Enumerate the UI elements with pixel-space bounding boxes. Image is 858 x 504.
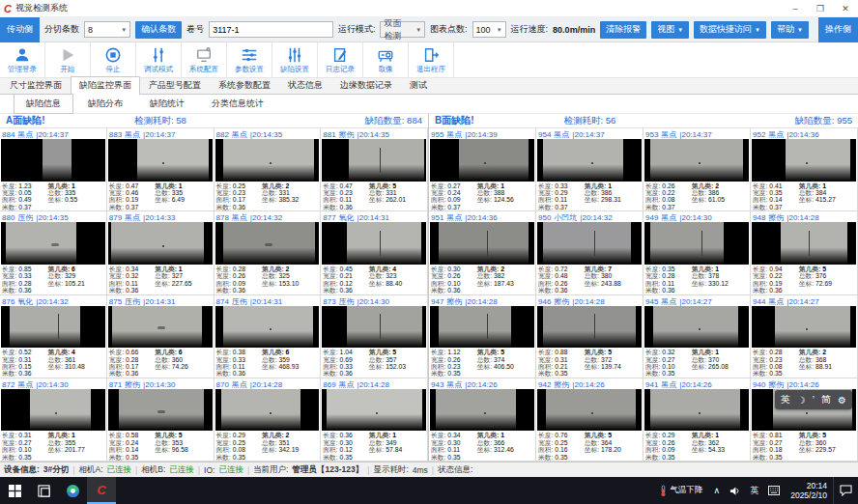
defect-cell[interactable]: 869黑点|20:14:28长度: 0.36宽度: 0.30面积: 0.12米数… — [321, 378, 428, 462]
defect-image[interactable] — [1, 389, 105, 432]
tab-system-param-config[interactable]: 系统参数配置 — [210, 76, 279, 94]
defect-image[interactable] — [752, 139, 856, 182]
defect-cell[interactable]: 941黑点|20:14:26长度: 0.29宽度: 0.26面积: 0.09米数… — [644, 378, 751, 462]
defect-image[interactable] — [322, 139, 426, 182]
defect-cell[interactable]: 950小凹坑|20:14:32长度: 0.72宽度: 0.48面积: 0.26米… — [536, 211, 644, 294]
defect-cell[interactable]: 880压伤|20:14:35长度: 0.85宽度: 0.33面积: 0.28米数… — [0, 211, 107, 294]
defect-cell[interactable]: 884黑点|20:14:37长度: 1.23宽度: 0.05面积: 0.49米数… — [0, 128, 107, 211]
stop-button[interactable]: 停止 — [91, 42, 136, 77]
defect-cell[interactable]: 944黑点|20:14:27长度: 0.28宽度: 0.23面积: 0.08米数… — [751, 295, 858, 378]
defect-image[interactable] — [322, 389, 426, 432]
defect-cell[interactable]: 883黑点|20:14:37长度: 0.47宽度: 0.46面积: 0.19米数… — [107, 128, 214, 211]
defect-image[interactable] — [1, 222, 105, 265]
ime-simplified-toggle[interactable]: 简 — [821, 393, 831, 406]
run-mode-select[interactable]: 双面检测 ▼ — [380, 21, 425, 38]
defect-image[interactable] — [108, 306, 213, 349]
tray-show-hidden-icons[interactable]: ∧ — [709, 477, 726, 504]
subtab-defect-distribution[interactable]: 缺陷分布 — [75, 94, 135, 114]
defect-cell[interactable]: 953黑点|20:14:37长度: 0.26宽度: 0.22面积: 0.08米数… — [644, 128, 751, 211]
defect-cell[interactable]: 877氧化|20:14:31长度: 0.45宽度: 0.21面积: 0.12米数… — [321, 211, 428, 294]
defect-cell[interactable]: 942擦伤|20:14:26长度: 0.76宽度: 0.25面积: 0.16米数… — [536, 378, 644, 462]
help-menu-button[interactable]: 帮助▼ — [771, 21, 809, 39]
subtab-class-info-statistics[interactable]: 分类信息统计 — [199, 94, 276, 114]
defect-image[interactable] — [430, 222, 534, 265]
defect-image[interactable] — [430, 139, 534, 182]
close-button[interactable]: ✕ — [833, 0, 858, 16]
defect-image[interactable] — [322, 306, 426, 349]
exit-program-button[interactable]: 退出程序 — [409, 42, 454, 77]
tab-product-model-config[interactable]: 产品型号配置 — [140, 76, 210, 94]
defect-image[interactable] — [215, 139, 320, 182]
defect-image[interactable] — [752, 306, 856, 349]
tab-edge-data-record[interactable]: 边缘数据记录 — [331, 76, 401, 94]
subtab-defect-statistics[interactable]: 缺陷统计 — [137, 94, 197, 114]
subtab-defect-info[interactable]: 缺陷信息 — [14, 94, 73, 114]
defect-cell[interactable]: 882黑点|20:14:35长度: 0.25宽度: 0.23面积: 0.17米数… — [214, 128, 322, 211]
chart-points-select[interactable]: 100 ▼ — [472, 21, 506, 38]
defect-cell[interactable]: 870黑点|20:14:28长度: 0.29宽度: 0.25面积: 0.08米数… — [214, 378, 322, 462]
defect-image[interactable] — [537, 389, 642, 432]
start-button[interactable]: 开始 — [45, 42, 91, 77]
taskbar-clock[interactable]: 20:14 2025/2/10 — [785, 481, 833, 500]
input-language-indicator[interactable]: 英 — [745, 477, 763, 504]
clear-alarm-button[interactable]: 清除报警 — [600, 21, 646, 39]
defect-image[interactable] — [644, 306, 749, 349]
defect-image[interactable] — [537, 139, 642, 182]
weather-widget[interactable]: 气温下降 — [653, 485, 709, 497]
defect-image[interactable] — [430, 306, 534, 349]
defect-cell[interactable]: 949黑点|20:14:30长度: 0.35宽度: 0.28面积: 0.11米数… — [644, 211, 751, 294]
defect-cell[interactable]: 873压伤|20:14:30长度: 1.04宽度: 0.69面积: 0.33米数… — [321, 295, 428, 378]
defect-image[interactable] — [644, 222, 749, 265]
ime-language-toggle[interactable]: 英 — [781, 393, 790, 406]
defect-image[interactable] — [537, 222, 642, 265]
tab-size-monitor[interactable]: 尺寸监控界面 — [1, 76, 71, 94]
defect-cell[interactable]: 947擦伤|20:14:28长度: 1.12宽度: 0.26面积: 0.23米数… — [429, 295, 536, 378]
task-view-button[interactable] — [29, 477, 58, 504]
defect-cell[interactable]: 871擦伤|20:14:30长度: 0.58宽度: 0.24面积: 0.14米数… — [107, 378, 214, 462]
defect-cell[interactable]: 952黑点|20:14:36长度: 0.41宽度: 0.35面积: 0.14米数… — [751, 128, 858, 211]
defect-image[interactable] — [215, 389, 320, 432]
drive-side-button[interactable]: 传动侧 — [0, 17, 40, 42]
tab-defect-monitor[interactable]: 缺陷监控界面 — [71, 76, 140, 95]
defect-image[interactable] — [215, 306, 320, 349]
defect-cell[interactable]: 876氧化|20:14:32长度: 0.52宽度: 0.31面积: 0.15米数… — [0, 295, 107, 378]
debug-mode-button[interactable]: 调试模式 — [136, 42, 182, 77]
defect-cell[interactable]: 948擦伤|20:14:28长度: 0.94宽度: 0.22面积: 0.19米数… — [751, 211, 858, 294]
defect-cell[interactable]: 954黑点|20:14:37长度: 0.33宽度: 0.29面积: 0.11米数… — [536, 128, 644, 211]
tab-status-info[interactable]: 状态信息 — [279, 76, 331, 94]
capture-image-button[interactable]: 取像 — [363, 42, 409, 77]
defect-image[interactable] — [1, 139, 105, 182]
start-menu-button[interactable] — [0, 477, 29, 504]
defect-image[interactable] — [215, 222, 320, 265]
defect-cell[interactable]: 951黑点|20:14:36长度: 0.30宽度: 0.26面积: 0.10米数… — [429, 211, 536, 294]
defect-cell[interactable]: 943黑点|20:14:26长度: 0.34宽度: 0.30面积: 0.11米数… — [429, 378, 536, 462]
defect-image[interactable] — [322, 222, 426, 265]
defect-image[interactable] — [752, 222, 856, 265]
parameter-settings-button[interactable]: 参数设置 — [227, 42, 272, 77]
defect-image[interactable] — [108, 139, 213, 182]
minimize-button[interactable]: – — [783, 0, 808, 16]
ime-toolbar[interactable]: 英 ☽ ’ 简 ⚙ — [775, 390, 852, 409]
slit-count-select[interactable]: 8 ▼ — [84, 21, 130, 38]
defect-cell[interactable]: 945黑点|20:14:27长度: 0.32宽度: 0.27面积: 0.10米数… — [644, 295, 751, 378]
action-center-button[interactable] — [833, 477, 858, 504]
defect-image[interactable] — [644, 139, 749, 182]
maximize-button[interactable]: ❐ — [808, 0, 833, 16]
log-record-button[interactable]: 日志记录 — [318, 42, 363, 77]
defect-image[interactable] — [430, 389, 534, 432]
defect-image[interactable] — [1, 306, 105, 349]
data-quick-access-menu-button[interactable]: 数据快捷访问▼ — [694, 21, 766, 39]
taskbar-browser-button[interactable] — [58, 477, 87, 504]
defect-image[interactable] — [644, 389, 749, 432]
defect-image[interactable] — [537, 306, 642, 349]
defect-cell[interactable]: 874压伤|20:14:31长度: 0.38宽度: 0.33面积: 0.11米数… — [214, 295, 322, 378]
defect-image[interactable] — [108, 389, 213, 432]
system-config-button[interactable]: 系统配置 — [182, 42, 227, 77]
taskbar-inspection-app-button[interactable]: C — [87, 477, 116, 504]
confirm-count-button[interactable]: 确认条数 — [135, 21, 182, 39]
ime-moon-icon[interactable]: ☽ — [797, 395, 806, 406]
defect-cell[interactable]: 878黑点|20:14:32长度: 0.28宽度: 0.26面积: 0.09米数… — [214, 211, 322, 294]
defect-settings-button[interactable]: 缺陷设置 — [272, 42, 318, 77]
admin-login-button[interactable]: 管理登录 — [0, 42, 45, 77]
roll-number-input[interactable] — [209, 21, 333, 38]
